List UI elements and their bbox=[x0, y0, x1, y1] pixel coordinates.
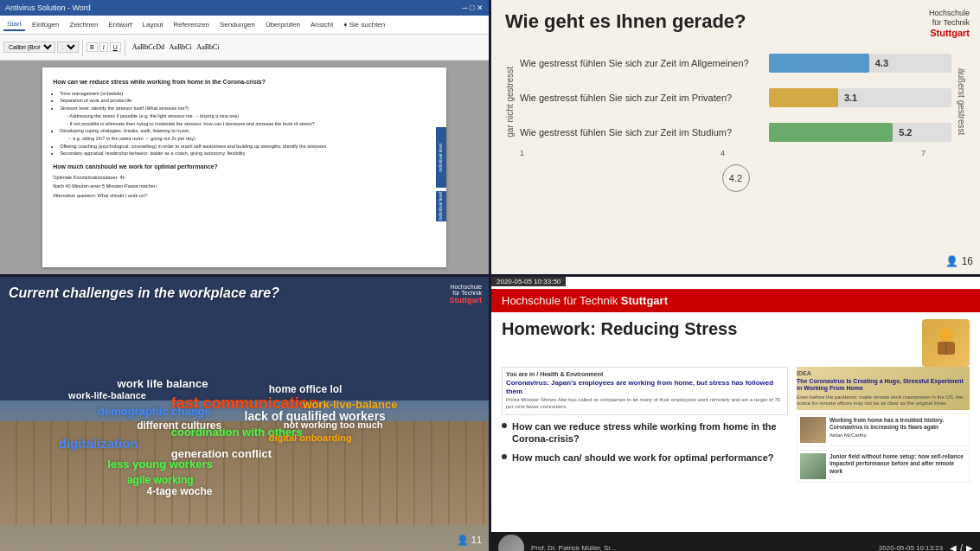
footer-time: 2020-05-05 10:13:23 bbox=[879, 544, 943, 552]
axis-left-label: gar nicht gestresst bbox=[505, 67, 515, 138]
hw-idea-content: IDEA The Coronavirus Is Creating a Huge,… bbox=[797, 370, 970, 407]
word-ribbon: Start Einfügen Zeichnen Entwurf Layout R… bbox=[0, 16, 489, 35]
homework-slide: Hochschule für Technik Stuttgart Homewor… bbox=[491, 289, 980, 551]
wc-word-work-life-balance: work life balance bbox=[118, 377, 208, 390]
hft-logo-wc: Hochschule für Technik Stuttgart bbox=[450, 284, 483, 304]
hw-header: Hochschule für Technik Stuttgart bbox=[491, 289, 980, 312]
idea-label: IDEA bbox=[797, 370, 970, 376]
hft-wc-line3: Stuttgart bbox=[450, 296, 483, 304]
wordcloud-slide: Current challenges in the workplace are?… bbox=[0, 277, 489, 551]
axis-start: 1 bbox=[520, 149, 524, 157]
homework-panel: 2020-05-05 10:33:50 Hochschule für Techn… bbox=[491, 277, 980, 551]
hw-title-row: Homework: Reducing Stress bbox=[502, 319, 970, 367]
word-title: Antivirus Solution - Word bbox=[5, 3, 91, 12]
font-size-selector[interactable]: 11 bbox=[57, 42, 79, 53]
news-subtext: Prime Minister Shinzo Abe has called on … bbox=[506, 397, 784, 411]
nav-slash: / bbox=[960, 543, 963, 552]
hft-line2: für Technik bbox=[929, 18, 970, 28]
article-title-1: Working from home has a troubled history… bbox=[829, 417, 966, 432]
wc-word-less-young: less young workers bbox=[107, 458, 212, 471]
footer-left: Prof. Dr. Patrick Müller, Sr... bbox=[498, 535, 616, 551]
hw-content-row: You are in / Health & Environment Corona… bbox=[502, 367, 970, 525]
hw-footer: Prof. Dr. Patrick Müller, Sr... 2020-05-… bbox=[491, 532, 980, 551]
technik-header-text: Stuttgart bbox=[621, 294, 668, 307]
news-headline: Coronavirus: Japan's employees are worki… bbox=[506, 379, 784, 395]
doc-bullet-list: Time management (schedule) Separation of… bbox=[53, 91, 436, 157]
sidebar-bar-individual-2: Individual level bbox=[436, 191, 446, 221]
stress-label-2: Wie gestresst fühlen Sie sich zur Zeit i… bbox=[520, 93, 762, 103]
hw-article-2: Junior field without home setup: how sel… bbox=[797, 450, 970, 483]
article-text-2: Junior field without home setup: how sel… bbox=[829, 453, 966, 479]
hw-avatar bbox=[922, 319, 970, 367]
participants-badge: 👤 16 bbox=[945, 255, 973, 267]
wordcloud-title: Current challenges in the workplace are? bbox=[9, 285, 279, 301]
wc-word-4tage: 4-tage woche bbox=[147, 485, 213, 497]
nav-buttons: ◀ / ▶ bbox=[950, 543, 973, 552]
word-content-area: How can we reduce stress while working f… bbox=[0, 61, 489, 274]
stress-title: Wie geht es Ihnen gerade? bbox=[505, 10, 966, 33]
hw-article-1: Working from home has a troubled history… bbox=[797, 413, 970, 446]
ribbon-tab-zeichnen[interactable]: Zeichnen bbox=[67, 19, 102, 30]
ribbon-tab-referenzen[interactable]: Referenzen bbox=[170, 19, 213, 30]
bullet-dot-2 bbox=[502, 454, 507, 459]
hw-left-col: You are in / Health & Environment Corona… bbox=[502, 367, 788, 525]
nav-prev-button[interactable]: ◀ bbox=[950, 543, 957, 552]
bullet-text-1: How can we reduce stress while working f… bbox=[512, 420, 788, 445]
axis-mid: 4 bbox=[721, 149, 725, 157]
ribbon-tab-entwurf[interactable]: Entwurf bbox=[105, 19, 135, 30]
style-normal[interactable]: AaBbCcDd AaBbCi AaBbCi bbox=[132, 43, 220, 51]
avatar-img bbox=[498, 535, 524, 551]
hw-main-title: Homework: Reducing Stress bbox=[502, 319, 737, 339]
circle-value: 4.2 bbox=[722, 164, 750, 192]
underline-button[interactable]: U bbox=[110, 42, 121, 52]
stress-value-1: 4.3 bbox=[875, 58, 888, 68]
hft-line3: Stuttgart bbox=[929, 28, 970, 39]
doc-answer-2: Nach 40 Minuten einer 5 Minuten-Pause ma… bbox=[53, 183, 436, 190]
doc-question: How much can/should we work for optimal … bbox=[53, 163, 436, 171]
word-titlebar: Antivirus Solution - Word ─ □ ✕ bbox=[0, 0, 489, 16]
doc-bullet-3: Stressor level: identify the stressor it… bbox=[60, 106, 436, 112]
article-img-1 bbox=[800, 417, 826, 443]
sidebar-bar-individual: Individual level bbox=[436, 127, 446, 187]
doc-bullet-5: Offering coaching (psychological, counse… bbox=[60, 144, 436, 151]
axis-labels-row: 1 4 7 bbox=[520, 149, 951, 157]
stress-bar-2: 3.1 bbox=[769, 88, 838, 107]
hw-bullets: How can we reduce stress while working f… bbox=[502, 420, 788, 465]
ribbon-tab-sendungen[interactable]: Sendungen bbox=[216, 19, 259, 30]
sidebar-bar-label-1: Individual level bbox=[438, 144, 444, 172]
word-page: How can we reduce stress while working f… bbox=[42, 67, 446, 267]
ribbon-tab-einfuegen[interactable]: Einfügen bbox=[29, 19, 63, 30]
ribbon-tab-ueberprufen[interactable]: Überprüfen bbox=[262, 19, 304, 30]
axis-end: 7 bbox=[921, 149, 926, 157]
doc-sub-bullet-1: - Addressing the stress if possible (e.g… bbox=[60, 113, 436, 120]
article-img-2 bbox=[800, 453, 826, 479]
font-selector[interactable]: Calibri (Brott... bbox=[3, 42, 55, 53]
window-controls[interactable]: ─ □ ✕ bbox=[462, 3, 484, 12]
hft-line1: Hochschule bbox=[929, 9, 970, 18]
nav-next-button[interactable]: ▶ bbox=[966, 543, 973, 552]
ribbon-tab-sie[interactable]: ♦ Sie suchten bbox=[340, 19, 388, 30]
ribbon-tab-start[interactable]: Start bbox=[3, 18, 25, 31]
fur-header-text: für Technik bbox=[564, 294, 621, 307]
doc-sub-bullet-2: - If not possible to eliminate then tryi… bbox=[60, 121, 436, 128]
axis-right-label: äußerst gestresst bbox=[957, 68, 966, 135]
stress-survey-panel: Wie geht es Ihnen gerade? Hochschule für… bbox=[491, 0, 980, 274]
italic-button[interactable]: I bbox=[99, 42, 108, 52]
stress-label-3: Wie gestresst fühlen Sie sich zur Zeit i… bbox=[520, 127, 762, 138]
stress-chart: Wie gestresst fühlen Sie sich zur Zeit i… bbox=[520, 54, 951, 142]
hft-wc-line2: für Technik bbox=[450, 290, 483, 296]
wc-word-digital-onboarding: digital onboarding bbox=[269, 432, 352, 443]
hw-right-col: IDEA The Coronavirus Is Creating a Huge,… bbox=[797, 367, 970, 525]
doc-sub-bullet-3: → e.g. sitting 24/7 in the same room → g… bbox=[60, 136, 436, 143]
datetime-bar: 2020-05-05 10:33:50 bbox=[491, 277, 566, 286]
doc-answer-3: Alternative question: What should I work… bbox=[53, 193, 436, 200]
bold-button[interactable]: B bbox=[86, 42, 98, 52]
wc-word-wlb: work-life-balance bbox=[68, 390, 146, 400]
doc-bullet-1: Time management (schedule) bbox=[60, 91, 436, 98]
doc-answer-1: Optimale Konzentrationsdauer: 4h bbox=[53, 175, 436, 182]
hw-articles: Working from home has a troubled history… bbox=[797, 413, 970, 483]
ribbon-tab-ansicht[interactable]: Ansicht bbox=[307, 19, 336, 30]
word-cloud-container: fast communication work life balance hom… bbox=[0, 310, 489, 521]
ribbon-tab-layout[interactable]: Layout bbox=[139, 19, 167, 30]
hw-header-title: Hochschule für Technik Stuttgart bbox=[502, 294, 668, 307]
